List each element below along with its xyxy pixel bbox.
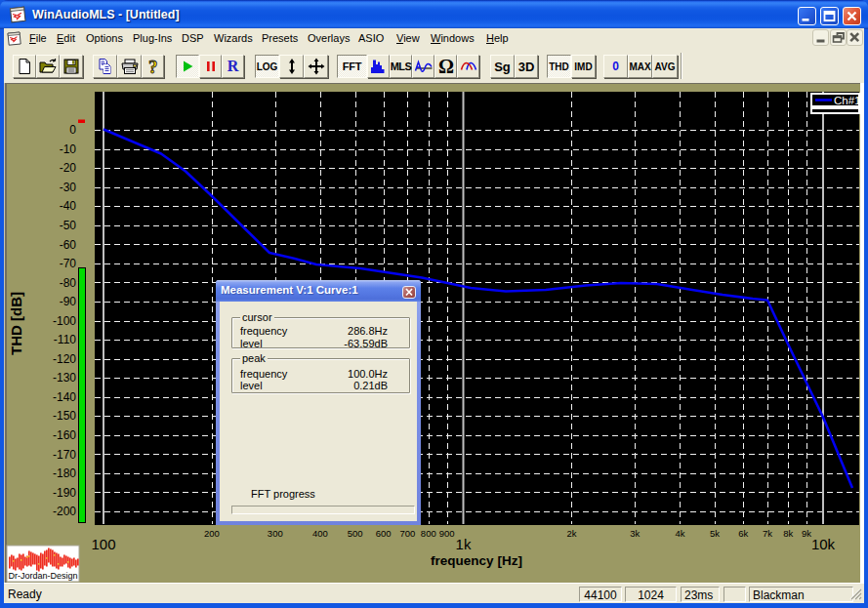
svg-text:300: 300 <box>268 528 283 539</box>
svg-text:-100: -100 <box>53 314 76 328</box>
svg-text:600: 600 <box>376 528 392 539</box>
svg-text:900: 900 <box>439 528 455 539</box>
svg-text:-170: -170 <box>53 448 76 462</box>
svg-text:500: 500 <box>348 528 363 539</box>
svg-text:-50: -50 <box>60 219 77 232</box>
svg-text:4k: 4k <box>675 528 684 539</box>
svg-text:-20: -20 <box>60 161 77 175</box>
svg-text:800: 800 <box>421 528 436 539</box>
svg-text:frequency [Hz]: frequency [Hz] <box>431 553 522 568</box>
svg-text:-150: -150 <box>53 409 76 423</box>
svg-text:9k: 9k <box>802 528 811 539</box>
svg-text:400: 400 <box>312 528 328 539</box>
svg-text:-60: -60 <box>60 238 77 252</box>
svg-text:THD [dB]: THD [dB] <box>8 292 24 355</box>
svg-text:-70: -70 <box>60 257 77 270</box>
svg-text:Ω: Ω <box>438 57 454 76</box>
svg-text:7k: 7k <box>763 528 772 539</box>
svg-text:6k: 6k <box>738 528 748 539</box>
svg-text:-110: -110 <box>54 333 76 346</box>
svg-text:-140: -140 <box>53 390 76 404</box>
svg-text:100: 100 <box>91 536 115 552</box>
svg-text:700: 700 <box>399 528 415 539</box>
svg-text:-190: -190 <box>53 486 76 500</box>
svg-text:3k: 3k <box>630 528 640 539</box>
svg-text:-130: -130 <box>53 371 76 385</box>
svg-text:200: 200 <box>204 528 220 539</box>
svg-text:5k: 5k <box>710 528 720 539</box>
svg-text:-120: -120 <box>53 352 76 366</box>
svg-text:-160: -160 <box>53 428 76 442</box>
svg-text:0: 0 <box>69 123 76 137</box>
svg-text:-90: -90 <box>60 295 77 308</box>
svg-text:Ch#1: Ch#1 <box>834 95 861 106</box>
svg-text:-200: -200 <box>53 505 76 518</box>
svg-text:?: ? <box>148 57 158 76</box>
svg-text:2k: 2k <box>566 528 576 539</box>
svg-text:-40: -40 <box>60 199 77 213</box>
svg-text:8k: 8k <box>783 528 793 539</box>
svg-text:Dr-Jordan-Design: Dr-Jordan-Design <box>9 571 78 581</box>
svg-text:-180: -180 <box>53 466 76 480</box>
svg-text:-30: -30 <box>60 181 77 194</box>
svg-text:1k: 1k <box>456 536 472 552</box>
svg-text:-80: -80 <box>60 276 77 290</box>
svg-text:10k: 10k <box>811 536 836 552</box>
svg-text:-10: -10 <box>60 142 77 156</box>
